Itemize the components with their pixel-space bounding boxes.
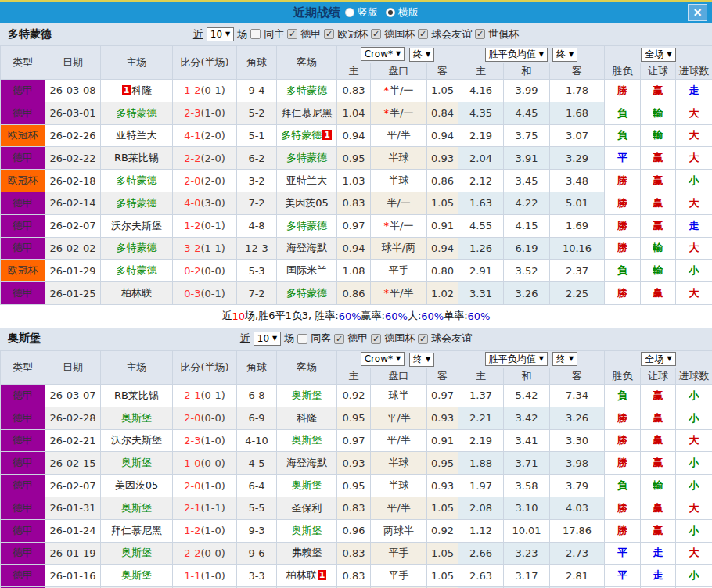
crow-select[interactable]: Crow*▼ (361, 352, 405, 366)
avg-draw-odds: 3.52 (504, 260, 550, 282)
final-odds-select[interactable]: 终▼ (409, 48, 434, 62)
avg-win-odds: 2.12 (458, 170, 504, 192)
away-team: 圣保利 (277, 497, 337, 519)
match-row: 德甲26-02-22RB莱比锡2-2(2-0)6-2多特蒙德0.95半球0.93… (1, 147, 712, 170)
result-handicap: 赢 (641, 429, 676, 452)
league-checkbox-0-3[interactable]: ✓ (418, 29, 428, 39)
half-time-score: (3-0) (200, 197, 225, 209)
avg-draw-odds: 3.10 (504, 497, 550, 519)
avg-lose-odds: 2.37 (550, 260, 605, 282)
column-header: 比分(半场) (173, 46, 237, 80)
result-wdl-label: 勝 (617, 412, 627, 424)
team-label: 圣保利 (292, 502, 322, 514)
final-avg-select[interactable]: 终▼ (552, 352, 577, 366)
result-handicap: 輸 (641, 475, 676, 497)
summary-text: 大: (408, 309, 421, 323)
match-count-select[interactable]: 10▼ (207, 27, 234, 41)
avg-odds-select[interactable]: 胜平负均值▼ (485, 48, 548, 62)
result-handicap: 輸 (641, 124, 676, 147)
match-count-select[interactable]: 10▼ (254, 332, 281, 346)
half-time-score: (2-0) (200, 175, 225, 187)
section-bar-0: 多特蒙德近10▼场同主✓德甲✓欧冠杯✓德国杯✓球会友谊✓世俱杯 (0, 23, 712, 45)
same-side-checkbox[interactable] (250, 29, 261, 39)
result-wdl-label: 勝 (617, 174, 627, 186)
match-count-select-value: 10 (210, 29, 222, 40)
results-table-0: 类型日期主场比分(半场)角球客场Crow*▼终▼胜平负均值▼终▼全场▼主盘口客主… (0, 45, 712, 305)
avg-draw-odds: 4.15 (504, 214, 550, 237)
avg-lose-odds: 3.98 (550, 452, 605, 475)
avg-odds-select[interactable]: 胜平负均值▼ (485, 352, 548, 366)
result-goals-label: 小 (689, 457, 699, 468)
team-label: 沃尔夫斯堡 (111, 434, 162, 446)
column-group-header: 胜平负均值▼终▼ (458, 350, 605, 368)
full-match-select[interactable]: 全场▼ (641, 352, 675, 366)
league-label: 德甲 (347, 332, 368, 346)
avg-draw-odds: 4.45 (504, 102, 550, 124)
result-handicap-label: 赢 (653, 412, 663, 424)
league-checkbox-0-1[interactable]: ✓ (324, 29, 334, 39)
match-type-badge: 德甲 (1, 429, 45, 452)
same-side-checkbox[interactable] (297, 334, 307, 344)
corner-count: 5-2 (237, 102, 277, 124)
sub-column-header: 客 (550, 63, 605, 80)
match-type-badge: 德甲 (1, 475, 45, 497)
league-checkbox-0-4[interactable]: ✓ (475, 29, 485, 39)
match-date: 26-01-29 (45, 260, 101, 282)
final-odds-select[interactable]: 终▼ (409, 353, 434, 367)
home-odds: 0.97 (337, 214, 371, 237)
final-avg-select[interactable]: 终▼ (552, 48, 577, 62)
result-goals: 小 (676, 407, 712, 429)
away-team: 弗赖堡 (277, 542, 337, 565)
match-type-badge: 德甲 (1, 565, 45, 587)
league-checkbox-1-1[interactable]: ✓ (371, 334, 381, 344)
match-score: 2-2(0-0) (173, 542, 237, 565)
corner-count: 6-9 (237, 407, 277, 429)
result-goals-label: 小 (689, 389, 699, 401)
result-handicap-label: 輸 (653, 129, 663, 141)
match-count-select-value: 10 (257, 333, 269, 344)
match-row: 德甲26-02-21沃尔夫斯堡2-3(1-0)4-10奥斯堡0.97平/半0.9… (1, 429, 712, 452)
result-handicap: 赢 (641, 452, 676, 475)
avg-win-odds: 2.66 (458, 542, 504, 565)
league-checkbox-0-2[interactable]: ✓ (371, 29, 381, 39)
handicap-label: 平/半 (387, 412, 410, 424)
home-team: 1科隆 (101, 80, 173, 102)
away-odds: 0.86 (427, 170, 458, 192)
red-card-badge: 1 (322, 130, 332, 140)
close-button[interactable]: ✕ (688, 4, 707, 21)
sub-column-header: 主 (458, 368, 504, 384)
home-team: 多特蒙德 (101, 260, 173, 282)
corner-count: 7-2 (237, 192, 277, 214)
result-goals: 小 (676, 475, 712, 497)
avg-draw-odds: 4.22 (504, 192, 550, 214)
league-checkbox-1-0[interactable]: ✓ (334, 334, 344, 344)
corner-count: 5-5 (237, 497, 277, 519)
match-type-badge: 德甲 (1, 237, 45, 260)
home-team: 多特蒙德 (101, 102, 173, 124)
team-label: 多特蒙德 (286, 84, 327, 96)
sub-column-header: 主 (337, 63, 371, 80)
avg-lose-odds: 10.16 (550, 237, 605, 260)
handicap-label: 平手 (389, 569, 409, 581)
radio-vertical-layout[interactable]: 竖版 (345, 5, 378, 20)
near-label[interactable]: 近 (240, 332, 250, 346)
result-handicap: 輸 (641, 260, 676, 282)
home-team: RB莱比锡 (101, 384, 173, 407)
full-match-select[interactable]: 全场▼ (641, 48, 675, 62)
home-odds: 0.92 (337, 384, 371, 407)
home-team: 沃尔夫斯堡 (101, 429, 173, 452)
half-time-score: (0-0) (200, 547, 225, 559)
avg-draw-odds: 3.58 (504, 475, 550, 497)
avg-win-odds: 4.35 (458, 102, 504, 124)
league-checkbox-0-0[interactable]: ✓ (287, 29, 297, 39)
home-team: 柏林联 (101, 282, 173, 305)
star-icon: * (384, 220, 390, 231)
league-checkbox-1-2[interactable]: ✓ (418, 334, 428, 344)
away-odds: 0.80 (427, 260, 458, 282)
crow-select[interactable]: Crow*▼ (361, 47, 405, 61)
half-time-score: (1-0) (200, 107, 225, 119)
corner-count: 6-4 (237, 475, 277, 497)
away-team: 多特蒙德 (277, 80, 337, 102)
near-label[interactable]: 近 (193, 27, 203, 41)
radio-horizontal-layout[interactable]: 横版 (386, 5, 419, 20)
